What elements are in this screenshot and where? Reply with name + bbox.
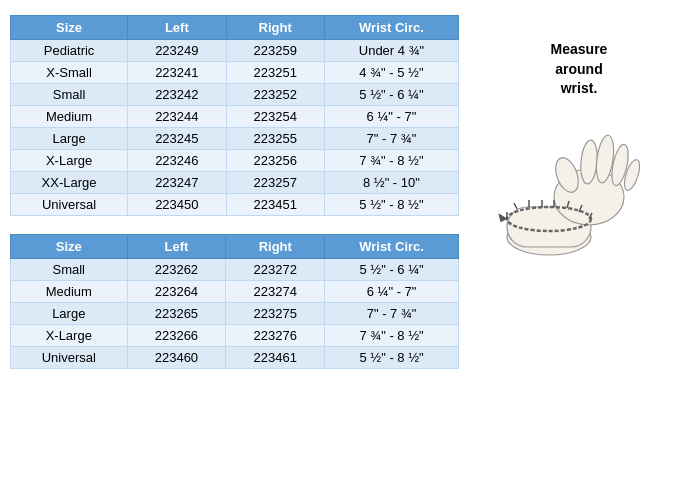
table-cell: 223274 [226, 281, 325, 303]
table-cell: 223245 [128, 128, 226, 150]
table-cell: 223461 [226, 347, 325, 369]
table-cell: 223255 [226, 128, 324, 150]
table-cell: 5 ½" - 8 ½" [324, 194, 458, 216]
table-cell: 223249 [128, 40, 226, 62]
table-cell: 4 ¾" - 5 ½" [324, 62, 458, 84]
table2-header: Wrist Circ. [325, 235, 459, 259]
table-cell: Large [11, 303, 128, 325]
table-cell: 223241 [128, 62, 226, 84]
table-cell: 223256 [226, 150, 324, 172]
table-row: Large2232652232757" - 7 ¾" [11, 303, 459, 325]
table-cell: Medium [11, 106, 128, 128]
table-cell: Small [11, 259, 128, 281]
table2-header: Size [11, 235, 128, 259]
table-cell: 5 ½" - 6 ¼" [325, 259, 459, 281]
table-row: Small2232622232725 ½" - 6 ¼" [11, 259, 459, 281]
table-cell: 223259 [226, 40, 324, 62]
table-cell: 223450 [128, 194, 226, 216]
table-cell: XX-Large [11, 172, 128, 194]
table-cell: 223244 [128, 106, 226, 128]
table-row: Universal2234502234515 ½" - 8 ½" [11, 194, 459, 216]
table-cell: 223266 [127, 325, 226, 347]
table-cell: 223451 [226, 194, 324, 216]
table-row: X-Large2232662232767 ¾" - 8 ½" [11, 325, 459, 347]
table-row: X-Small2232412232514 ¾" - 5 ½" [11, 62, 459, 84]
wrist-illustration [479, 107, 679, 267]
table-cell: 223276 [226, 325, 325, 347]
table-cell: Universal [11, 347, 128, 369]
measure-label: Measurearoundwrist. [551, 40, 608, 99]
table-cell: 5 ½" - 6 ¼" [324, 84, 458, 106]
table-cell: 223246 [128, 150, 226, 172]
table1-header: Left [128, 16, 226, 40]
table1-header: Size [11, 16, 128, 40]
table-cell: Medium [11, 281, 128, 303]
table-cell: 7 ¾" - 8 ½" [324, 150, 458, 172]
page-layout: SizeLeftRightWrist Circ. Pediatric223249… [10, 10, 689, 387]
table-cell: 223242 [128, 84, 226, 106]
table-row: X-Large2232462232567 ¾" - 8 ½" [11, 150, 459, 172]
table-cell: 223275 [226, 303, 325, 325]
table-cell: X-Large [11, 150, 128, 172]
table-cell: 223251 [226, 62, 324, 84]
table-row: Universal2234602234615 ½" - 8 ½" [11, 347, 459, 369]
table1-header: Right [226, 16, 324, 40]
table-cell: Pediatric [11, 40, 128, 62]
table-cell: 6 ¼" - 7" [324, 106, 458, 128]
table2-header: Left [127, 235, 226, 259]
image-section: Measurearoundwrist. [469, 10, 689, 387]
table-row: XX-Large2232472232578 ½" - 10" [11, 172, 459, 194]
table-cell: 223247 [128, 172, 226, 194]
table-cell: 6 ¼" - 7" [325, 281, 459, 303]
table1: SizeLeftRightWrist Circ. Pediatric223249… [10, 15, 459, 216]
table-cell: 7" - 7 ¾" [324, 128, 458, 150]
table-cell: 223257 [226, 172, 324, 194]
table-cell: Universal [11, 194, 128, 216]
table2-header: Right [226, 235, 325, 259]
table-cell: 223272 [226, 259, 325, 281]
table1-header: Wrist Circ. [324, 16, 458, 40]
table-cell: X-Large [11, 325, 128, 347]
svg-line-10 [514, 203, 517, 209]
table-row: Small2232422232525 ½" - 6 ¼" [11, 84, 459, 106]
table-cell: 5 ½" - 8 ½" [325, 347, 459, 369]
table-cell: X-Small [11, 62, 128, 84]
table-cell: 7 ¾" - 8 ½" [325, 325, 459, 347]
table-cell: 223265 [127, 303, 226, 325]
table2: SizeLeftRightWrist Circ. Small2232622232… [10, 234, 459, 369]
table-row: Medium2232642232746 ¼" - 7" [11, 281, 459, 303]
table-cell: 7" - 7 ¾" [325, 303, 459, 325]
tables-section: SizeLeftRightWrist Circ. Pediatric223249… [10, 10, 459, 387]
table-cell: 223262 [127, 259, 226, 281]
table-row: Pediatric223249223259Under 4 ¾" [11, 40, 459, 62]
table-row: Medium2232442232546 ¼" - 7" [11, 106, 459, 128]
table-cell: 223460 [127, 347, 226, 369]
table-row: Large2232452232557" - 7 ¾" [11, 128, 459, 150]
table-cell: 223252 [226, 84, 324, 106]
table-cell: 8 ½" - 10" [324, 172, 458, 194]
table-cell: 223254 [226, 106, 324, 128]
table-cell: Small [11, 84, 128, 106]
table-cell: Under 4 ¾" [324, 40, 458, 62]
table-cell: Large [11, 128, 128, 150]
table-cell: 223264 [127, 281, 226, 303]
